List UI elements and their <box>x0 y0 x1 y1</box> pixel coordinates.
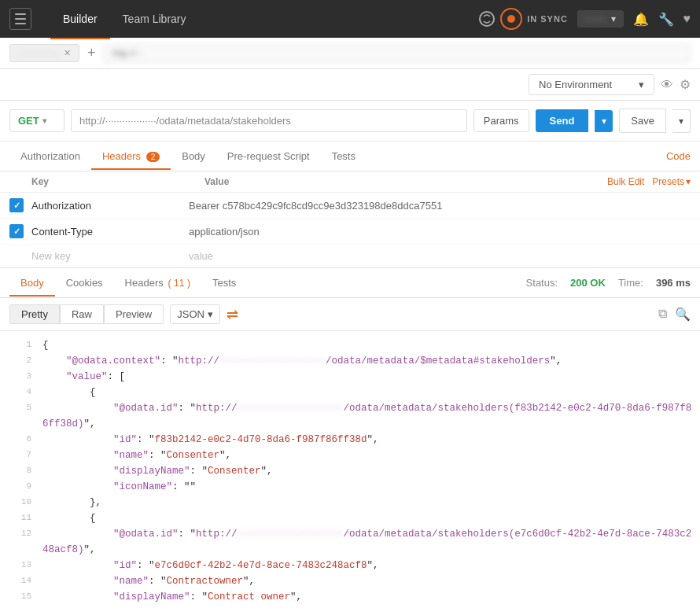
content-type-checkbox[interactable]: ✓ <box>9 224 24 238</box>
json-line: 5 "@odata.id": "http://·················… <box>0 400 700 432</box>
chevron-down-icon: ▾ <box>639 79 644 90</box>
bell-icon[interactable]: 🔔 <box>633 12 649 27</box>
request-tab[interactable]: ················· ✕ <box>9 44 79 62</box>
tab-bar: ················· ✕ + <box>0 38 700 69</box>
sidebar-toggle[interactable] <box>9 8 31 30</box>
headers-badge: 2 <box>146 152 160 162</box>
env-gear-icon[interactable]: ⚙ <box>680 77 691 92</box>
json-line: 9 "iconName": "" <box>0 479 700 495</box>
format-select[interactable]: JSON ▾ <box>170 304 220 324</box>
response-status: Status: 200 OK Time: 396 ms <box>526 277 691 289</box>
chevron-down-icon: ▾ <box>611 13 616 24</box>
bulk-edit-link[interactable]: Bulk Edit <box>607 176 644 187</box>
json-line: 12 "@odata.id": "http://················… <box>0 526 700 558</box>
view-tab-pretty[interactable]: Pretty <box>9 304 60 324</box>
json-line: 1{ <box>0 337 700 353</box>
json-line: 15 "displayName": "Contract owner", <box>0 589 700 605</box>
request-bar: GET ▾ Params Send ▾ Save ▾ <box>0 101 700 142</box>
header-row-content-type: ✓ Content-Type application/json <box>0 219 700 245</box>
json-line: 6 "id": "f83b2142-e0c2-4d70-8da6-f987f86… <box>0 432 700 448</box>
nav-tabs: Builder Team Library <box>50 9 199 28</box>
new-header-row: New key value <box>0 245 700 267</box>
response-header: Body Cookies Headers ( 11 ) Tests Status… <box>0 268 700 298</box>
new-key-placeholder[interactable]: New key <box>31 250 189 262</box>
send-button[interactable]: Send <box>536 109 589 132</box>
view-tabs: Pretty Raw Preview <box>9 304 164 324</box>
tab-headers[interactable]: Headers 2 <box>91 144 171 170</box>
json-line: 7 "name": "Consenter", <box>0 448 700 463</box>
response-section: Body Cookies Headers ( 11 ) Tests Status… <box>0 268 700 608</box>
search-icon[interactable]: 🔍 <box>675 307 691 322</box>
json-line: 8 "displayName": "Consenter", <box>0 463 700 479</box>
response-headers-badge: ( <box>168 278 171 289</box>
method-chevron-icon: ▾ <box>42 116 46 125</box>
tab-body[interactable]: Body <box>171 144 216 170</box>
key-column-header: Key <box>31 176 204 187</box>
top-nav: Builder Team Library IN SYNC ········ ▾ … <box>0 0 700 38</box>
response-tab-cookies[interactable]: Cookies <box>55 271 114 297</box>
wrap-icon[interactable]: ⇌ <box>227 306 238 323</box>
response-tab-body[interactable]: Body <box>9 271 55 297</box>
response-time-value: 396 ms <box>656 277 691 289</box>
sync-label: IN SYNC <box>527 14 568 24</box>
sync-ring-icon <box>500 8 522 30</box>
presets-chevron-icon: ▾ <box>686 176 691 187</box>
content-type-value-cell: application/json <box>189 226 691 238</box>
headers-table-header: Key Value Bulk Edit Presets ▾ <box>0 171 700 193</box>
nav-tab-team-library[interactable]: Team Library <box>110 9 199 28</box>
method-label: GET <box>18 115 39 127</box>
json-line: 2 "@odata.context": "http://············… <box>0 353 700 369</box>
url-input[interactable] <box>71 109 467 132</box>
status-value: 200 OK <box>570 277 606 289</box>
copy-icon[interactable]: ⧉ <box>658 307 667 322</box>
tab-url-text: ················· <box>18 49 59 58</box>
response-tab-tests[interactable]: Tests <box>201 271 247 297</box>
format-chevron-icon: ▾ <box>208 308 213 320</box>
method-select[interactable]: GET ▾ <box>9 109 64 132</box>
send-dropdown-button[interactable]: ▾ <box>595 110 613 132</box>
nav-tab-builder[interactable]: Builder <box>50 9 110 28</box>
json-line: 13 "id": "e7c6d0cf-42b2-4e7d-8ace-7483c2… <box>0 558 700 573</box>
json-line: 14 "name": "Contractowner", <box>0 573 700 589</box>
svg-point-0 <box>480 12 494 26</box>
sync-dot <box>507 15 515 23</box>
view-tab-preview[interactable]: Preview <box>104 304 164 324</box>
tab-prerequest[interactable]: Pre-request Script <box>216 144 321 170</box>
sync-indicator: IN SYNC <box>478 8 568 30</box>
nav-right: IN SYNC ········ ▾ 🔔 🔧 ♥ <box>478 8 691 30</box>
response-tab-headers[interactable]: Headers ( 11 ) <box>114 271 201 297</box>
sync-icon <box>478 10 496 28</box>
json-line: 10 }, <box>0 495 700 510</box>
save-dropdown-button[interactable]: ▾ <box>672 109 691 133</box>
add-tab-button[interactable]: + <box>83 45 101 61</box>
heart-icon[interactable]: ♥ <box>683 12 691 26</box>
headers-section: Key Value Bulk Edit Presets ▾ ✓ Authoriz… <box>0 171 700 268</box>
json-line: 11 { <box>0 510 700 526</box>
environment-select[interactable]: No Environment ▾ <box>529 74 654 95</box>
new-value-placeholder[interactable]: value <box>189 250 691 262</box>
wrench-icon[interactable]: 🔧 <box>658 12 674 27</box>
authorization-value-cell: Bearer c578bc429c9fc8cd9cc9e3d323198de8d… <box>189 200 691 212</box>
save-button[interactable]: Save <box>619 109 666 133</box>
params-button[interactable]: Params <box>473 109 529 132</box>
response-toolbar: Pretty Raw Preview JSON ▾ ⇌ ⧉ 🔍 <box>0 298 700 331</box>
tab-url-input[interactable] <box>103 44 691 63</box>
env-eye-icon[interactable]: 👁 <box>661 78 673 92</box>
authorization-checkbox[interactable]: ✓ <box>9 198 24 212</box>
presets-button[interactable]: Presets ▾ <box>652 176 691 187</box>
json-viewer[interactable]: 1{2 "@odata.context": "http://··········… <box>0 331 700 608</box>
value-column-header: Value <box>204 176 607 187</box>
json-line: 16 "iconName": "bz-icon-ctg bz-icon-ctg-… <box>0 605 700 608</box>
code-link[interactable]: Code <box>666 150 691 162</box>
sub-tabs: Authorization Headers 2 Body Pre-request… <box>0 142 700 171</box>
json-line: 4 { <box>0 385 700 400</box>
tab-close-button[interactable]: ✕ <box>64 48 71 58</box>
view-tab-raw[interactable]: Raw <box>60 304 104 324</box>
tab-authorization[interactable]: Authorization <box>9 144 91 170</box>
content-type-key-cell: Content-Type <box>31 226 189 238</box>
env-bar: No Environment ▾ 👁 ⚙ <box>0 69 700 101</box>
tab-tests[interactable]: Tests <box>321 144 367 170</box>
json-line: 3 "value": [ <box>0 369 700 385</box>
authorization-key-cell: Authorization <box>31 200 189 212</box>
user-dropdown[interactable]: ········ ▾ <box>577 10 624 28</box>
